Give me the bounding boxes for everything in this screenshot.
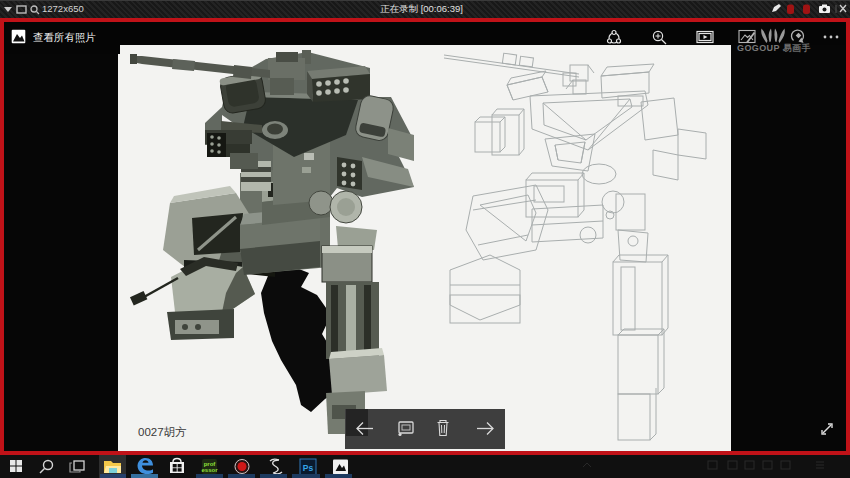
svg-text:prof: prof <box>204 461 217 467</box>
svg-text:Ps: Ps <box>303 463 314 473</box>
svg-text:essor: essor <box>201 467 218 473</box>
